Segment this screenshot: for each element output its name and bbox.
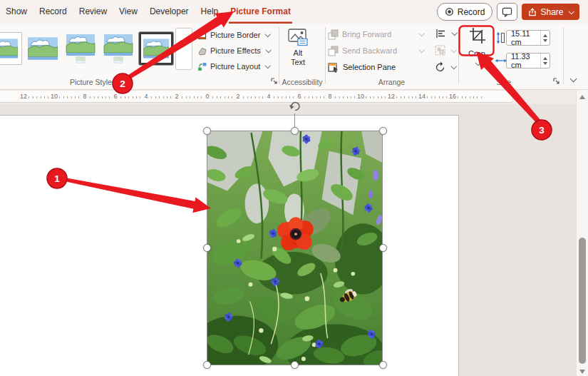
picture-style-thumb[interactable]	[63, 32, 98, 65]
picture-style-thumb[interactable]	[0, 32, 22, 65]
rotate-handle[interactable]	[289, 100, 301, 113]
picture-style-thumb[interactable]	[26, 32, 60, 65]
chevron-down-icon	[452, 30, 458, 36]
ruler-number: 16	[448, 93, 458, 100]
menu-item[interactable]: Record	[38, 0, 68, 24]
ruler-number: 8	[81, 93, 88, 100]
comment-bubble-icon	[502, 7, 512, 17]
chevron-down-icon	[568, 9, 574, 14]
picture-border-icon	[197, 31, 207, 40]
ruler-number: 0	[204, 93, 210, 100]
bring-forward-button: Bring Forward	[328, 28, 391, 41]
ruler-number: 6	[296, 93, 302, 100]
ruler-number: 12	[386, 93, 396, 100]
menu-bar: ShowRecordReviewViewDeveloperHelp Pictur…	[0, 0, 588, 24]
height-spinner[interactable]	[540, 31, 550, 45]
collapse-ribbon-chevron-icon[interactable]	[570, 76, 577, 83]
alt-text-icon	[288, 29, 309, 46]
ruler-number: 2	[173, 93, 180, 100]
picture-layout-label: Picture Layout	[210, 62, 260, 71]
ruler-number: 4	[143, 93, 149, 100]
group-separator	[279, 27, 279, 84]
chevron-down-icon	[419, 31, 425, 36]
crop-button[interactable]: Crop	[459, 26, 495, 76]
alt-text-button[interactable]: Alt Text	[283, 29, 313, 76]
arrange-group-label: Arrange	[325, 78, 458, 86]
chevron-down-icon	[451, 63, 457, 69]
ruler-cell: 2	[177, 91, 207, 102]
chevron-down-icon	[265, 63, 271, 68]
menu-item[interactable]: Review	[78, 0, 108, 24]
chevron-down-icon	[451, 47, 457, 53]
selection-handle-mid-right[interactable]	[379, 244, 387, 252]
shape-height-input[interactable]: 15.11 cm	[506, 30, 550, 46]
align-button[interactable]	[435, 29, 457, 39]
menu-item[interactable]: Help	[200, 0, 220, 24]
ruler-number: 2	[234, 93, 241, 100]
horizontal-ruler: 12 10 8 6 4 2 0 2	[0, 91, 512, 103]
powerpoint-window: ShowRecordReviewViewDeveloperHelp Pictur…	[0, 0, 588, 376]
ruler-ticks	[239, 96, 267, 98]
ruler-ticks	[148, 96, 175, 98]
scrollbar-down-arrow-icon[interactable]	[579, 370, 585, 374]
ruler-number: 4	[265, 93, 272, 100]
ruler-cell: 16	[453, 91, 483, 102]
picture-of-poppy-flowers[interactable]	[207, 131, 383, 365]
picture-border-button[interactable]: Picture Border	[197, 29, 270, 41]
ruler-ticks	[454, 96, 482, 98]
picture-effects-button[interactable]: Picture Effects	[197, 44, 270, 57]
shape-width-value: 11.33 cm	[511, 52, 540, 69]
gallery-more-button[interactable]	[175, 28, 192, 70]
share-up-arrow-icon	[528, 8, 537, 16]
selection-handle-bottom-right[interactable]	[379, 361, 387, 369]
ruler-cell: 2	[238, 91, 269, 102]
rotate-objects-button[interactable]	[435, 61, 456, 72]
ruler-number: 10	[356, 93, 366, 100]
tab-picture-format[interactable]: Picture Format	[229, 0, 292, 24]
picture-style-thumb-selected[interactable]	[139, 32, 173, 65]
ruler-cell: 8	[85, 91, 115, 102]
menu-item[interactable]: Developer	[148, 0, 190, 24]
dialog-launcher-size[interactable]	[552, 77, 560, 85]
selection-handle-top-center[interactable]	[291, 127, 299, 135]
picture-layout-icon	[197, 62, 207, 71]
selection-pane-button[interactable]: Selection Pane	[328, 61, 396, 73]
ruler-ticks	[86, 96, 114, 98]
selection-handle-top-right[interactable]	[379, 127, 387, 135]
share-button-label: Share	[540, 7, 563, 17]
picture-effects-icon	[197, 46, 207, 56]
dialog-launcher-picture-styles[interactable]	[270, 77, 278, 85]
selection-handle-bottom-left[interactable]	[203, 361, 211, 369]
share-button[interactable]: Share	[522, 4, 579, 20]
send-backward-label: Send Backward	[342, 46, 397, 55]
width-spinner[interactable]	[540, 54, 550, 68]
chevron-down-icon	[419, 47, 425, 53]
chevron-down-icon	[265, 31, 271, 37]
record-button[interactable]: Record	[437, 3, 493, 21]
crop-icon	[468, 26, 487, 45]
titlebar-controls: Record Share	[437, 0, 588, 24]
ruler-number: 6	[112, 93, 118, 100]
selection-handle-top-left[interactable]	[203, 127, 211, 135]
scrollbar-up-arrow-icon[interactable]	[579, 95, 585, 99]
ruler-ticks	[117, 96, 145, 98]
scrollbar-thumb[interactable]	[579, 238, 586, 364]
bring-forward-icon	[328, 29, 339, 40]
menu-item[interactable]: Show	[4, 0, 29, 24]
picture-layout-button[interactable]: Picture Layout	[197, 60, 270, 73]
picture-style-thumb[interactable]	[101, 32, 135, 65]
ruler-number: 8	[326, 93, 333, 100]
selection-handle-mid-left[interactable]	[203, 244, 211, 252]
ribbon-tabs: ShowRecordReviewViewDeveloperHelp	[0, 0, 220, 24]
vertical-scrollbar[interactable]	[576, 90, 588, 376]
shape-width-input[interactable]: 11.33 cm	[506, 53, 550, 68]
menu-item[interactable]: View	[118, 0, 139, 24]
ruler-ticks	[178, 96, 206, 98]
ruler-cell: 4	[146, 91, 177, 102]
comments-button[interactable]	[497, 3, 517, 21]
size-group-label: Size	[458, 78, 550, 86]
selection-handle-bottom-center[interactable]	[291, 361, 299, 369]
selection-pane-icon	[328, 62, 339, 73]
ruler-cell: 6	[299, 91, 330, 102]
chevron-down-icon	[266, 47, 272, 53]
